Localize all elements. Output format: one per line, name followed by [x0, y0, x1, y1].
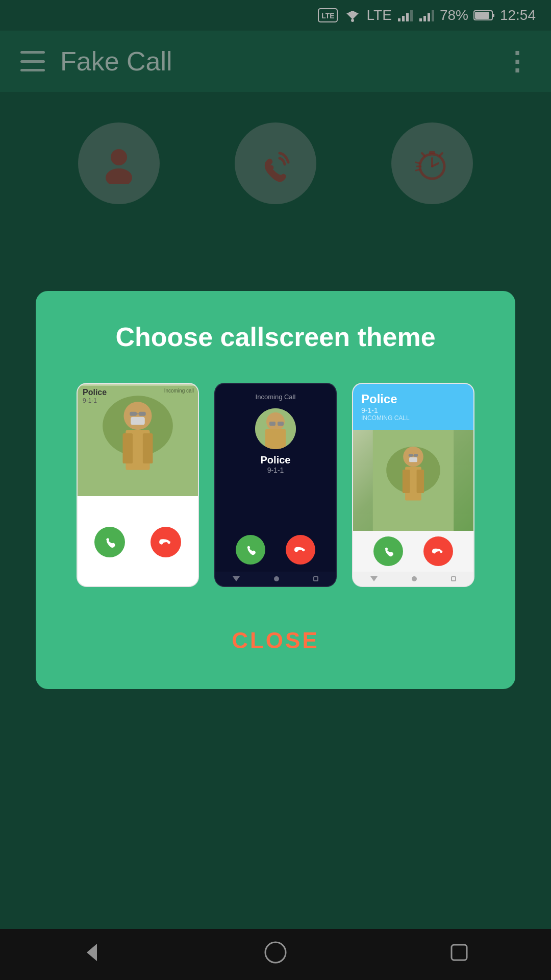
svg-rect-32 — [131, 417, 145, 425]
theme2-caller-name: Police — [222, 454, 329, 466]
theme3-photo — [353, 430, 473, 531]
theme2-nav — [215, 572, 336, 586]
theme1-decline-btn[interactable] — [151, 527, 181, 557]
svg-rect-30 — [139, 412, 146, 416]
theme2-photo — [255, 408, 296, 449]
theme3-caller-name: Police — [361, 392, 465, 406]
svg-rect-34 — [123, 433, 133, 463]
theme1-accept-btn[interactable] — [94, 527, 125, 557]
theme3-accept-btn[interactable] — [373, 536, 403, 566]
theme3-decline-btn[interactable] — [423, 536, 453, 566]
theme1-photo: Police 9-1-1 Incoming call — [78, 384, 198, 496]
theme1-caller-name: Police — [83, 388, 107, 397]
dark-back-nav — [233, 576, 240, 581]
decline-phone-icon2 — [293, 543, 308, 557]
accept-phone-icon — [102, 534, 117, 550]
svg-rect-45 — [414, 454, 418, 457]
theme3-caller-number: 9-1-1 — [361, 406, 465, 414]
svg-rect-39 — [278, 422, 284, 426]
svg-rect-50 — [417, 470, 424, 493]
theme3-bottom — [353, 531, 473, 572]
svg-rect-44 — [409, 454, 413, 457]
theme2-decline-btn[interactable] — [286, 535, 315, 565]
decline-phone-icon — [158, 534, 173, 550]
theme1-incoming-text: Incoming call — [164, 388, 194, 394]
decline-phone-icon3 — [431, 544, 445, 558]
theme2-accept-btn[interactable] — [236, 535, 265, 565]
theme3-nav — [353, 572, 473, 586]
dark-home-nav — [274, 576, 279, 581]
svg-point-28 — [123, 402, 152, 430]
dark-recent-nav — [313, 576, 318, 581]
theme2-incoming-text: Incoming Call — [222, 393, 329, 401]
light-back-nav — [370, 576, 378, 581]
dialog-title: Choose callscreen theme — [115, 322, 435, 352]
theme1-caller-number: 9-1-1 — [83, 397, 107, 404]
theme-option-1[interactable]: Police 9-1-1 Incoming call — [77, 383, 199, 587]
dialog-overlay: Choose callscreen theme Police 9-1-1 Inc… — [0, 0, 551, 980]
svg-rect-29 — [130, 412, 137, 416]
svg-rect-38 — [269, 422, 276, 426]
accept-phone-icon2 — [243, 543, 258, 557]
svg-rect-40 — [265, 429, 286, 449]
theme-option-3[interactable]: Police 9-1-1 INCOMING CALL — [352, 383, 474, 587]
theme3-header: Police 9-1-1 INCOMING CALL — [353, 384, 473, 430]
theme2-caller-number: 9-1-1 — [222, 466, 329, 474]
svg-point-43 — [403, 447, 423, 467]
light-home-nav — [412, 576, 417, 581]
theme2-spacer — [215, 565, 336, 572]
accept-phone-icon3 — [381, 544, 395, 558]
theme3-incoming-text: INCOMING CALL — [361, 414, 465, 422]
theme-option-2[interactable]: Incoming Call Police 9-1-1 — [214, 383, 337, 587]
svg-rect-47 — [409, 457, 417, 462]
theme2-top: Incoming Call Police 9-1-1 — [215, 384, 336, 484]
svg-rect-49 — [403, 470, 410, 493]
themes-row: Police 9-1-1 Incoming call — [77, 383, 474, 587]
light-recent-nav — [451, 576, 456, 581]
theme1-call-buttons — [94, 527, 181, 557]
theme1-bottom — [78, 496, 198, 587]
close-button[interactable]: CLOSE — [211, 623, 340, 658]
theme-chooser-dialog: Choose callscreen theme Police 9-1-1 Inc… — [36, 291, 515, 689]
theme2-buttons — [215, 525, 336, 565]
svg-rect-35 — [143, 433, 153, 463]
theme2-avatar — [255, 408, 296, 449]
theme3-person — [353, 430, 473, 531]
